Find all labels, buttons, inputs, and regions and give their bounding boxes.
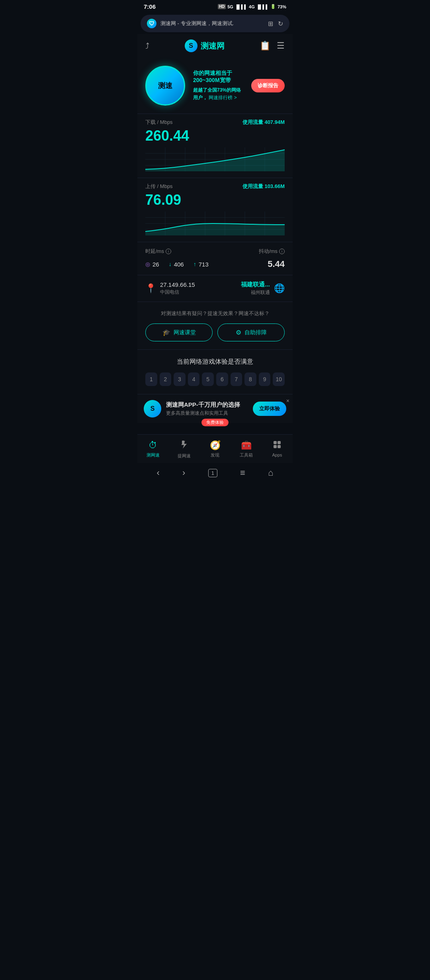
speedtest-nav-icon: ⏱	[149, 440, 157, 451]
nav-speed-test[interactable]: ⏱ 测网速	[137, 439, 168, 461]
latency-info-icon[interactable]: i	[166, 249, 171, 254]
latency-label: 时延/ms i	[145, 248, 171, 255]
rating-7[interactable]: 7	[231, 372, 242, 386]
nav-label-toolbox: 工具箱	[240, 452, 253, 458]
network-info: 福建联通... 福州联通 🌐	[241, 281, 285, 296]
download-chart	[145, 147, 285, 171]
header-logo: S 测速网	[185, 39, 225, 52]
rank-percent: 73%	[217, 87, 227, 93]
home-button[interactable]: ⌂	[268, 468, 273, 478]
nav-boost[interactable]: 提网速	[168, 439, 199, 461]
status-icons: HD 5G ▐▌▌▌ 4G ▐▌▌▌ 🔋 73%	[218, 4, 286, 9]
nav-label-discover: 发现	[211, 452, 219, 458]
network-name: 福建联通...	[241, 281, 270, 288]
rating-8[interactable]: 8	[244, 372, 256, 386]
download-value: 260.44	[145, 127, 285, 144]
signal-4g-icon: 4G	[249, 4, 255, 9]
down-latency-value: ↓ 406	[169, 261, 184, 268]
nav-discover[interactable]: 🧭 发现	[199, 439, 231, 461]
ad-app-logo: S	[144, 400, 161, 417]
action-buttons: 🎓 网速课堂 ⚙ 自助排障	[145, 323, 285, 341]
ad-banner: S 测速网APP-千万用户的选择 更多高质量测速点和实用工具 立即体验 × 免费…	[137, 394, 293, 423]
download-traffic: 使用流量 407.94M	[242, 119, 285, 126]
jitter-label: 抖动/ms i	[259, 248, 285, 255]
down-arrow-icon: ↓	[169, 261, 172, 267]
speed-equiv-text: 你的网速相当于 200~300M宽带	[193, 70, 243, 84]
speed-class-button[interactable]: 🎓 网速课堂	[145, 323, 213, 341]
rating-2[interactable]: 2	[160, 372, 172, 386]
browser-menu-button[interactable]: ≡	[240, 468, 245, 478]
speed-equiv-value: 200~300M宽带	[193, 77, 231, 83]
boost-nav-icon	[180, 440, 188, 451]
bookmark-icon[interactable]: ⊞	[268, 20, 273, 27]
jitter-info-icon[interactable]: i	[279, 249, 285, 254]
compass-nav-icon: 🧭	[210, 440, 221, 451]
battery-icon: 🔋	[270, 4, 276, 9]
rating-section: 当前网络游戏体验是否满意 1 2 3 4 5 6 7 8 9 10	[137, 349, 293, 394]
browser-logo: 🛡	[147, 19, 156, 28]
question-text: 对测速结果有疑问？提速无效果？网速不达标？	[145, 310, 285, 317]
rating-6[interactable]: 6	[216, 372, 228, 386]
svg-rect-21	[278, 441, 281, 444]
refresh-icon[interactable]: ↻	[278, 20, 283, 27]
self-help-button[interactable]: ⚙ 自助排障	[217, 323, 285, 341]
diag-report-button[interactable]: 诊断报告	[251, 79, 285, 92]
browser-bar[interactable]: 🛡 测速网 - 专业测网速，网速测试. ⊞ ↻	[141, 15, 289, 32]
globe-icon: 🌐	[274, 283, 285, 294]
upload-chart	[145, 212, 285, 235]
status-time: 7:06	[144, 3, 156, 10]
menu-icon[interactable]: ☰	[277, 41, 285, 51]
signal-bars-icon: ▐▌▌▌	[235, 4, 247, 9]
speed-info: 你的网速相当于 200~300M宽带 超越了全国73%的网络用户， 网速排行榜 …	[193, 70, 243, 102]
app-logo-icon: S	[185, 39, 197, 52]
speed-rank-text: 超越了全国73%的网络用户， 网速排行榜 >	[193, 86, 243, 102]
jitter-value: 5.44	[268, 259, 285, 269]
latency-values-row: ◎ 26 ↓ 406 ↑ 713 5.44	[145, 259, 285, 269]
rating-4[interactable]: 4	[188, 372, 200, 386]
download-label: 下载 / Mbps	[145, 119, 173, 126]
status-bar: 7:06 HD 5G ▐▌▌▌ 4G ▐▌▌▌ 🔋 73%	[137, 0, 293, 13]
forward-button[interactable]: ›	[182, 468, 185, 478]
header-right-icons: 📋 ☰	[260, 41, 285, 51]
rating-title: 当前网络游戏体验是否满意	[145, 358, 285, 366]
speed-circle-label: 测速	[158, 81, 172, 90]
network-5g-icon: 5G	[227, 4, 233, 9]
browser-actions: ⊞ ↻	[268, 20, 283, 27]
network-city: 福州联通	[241, 289, 270, 296]
history-icon[interactable]: 📋	[260, 41, 270, 51]
back-button[interactable]: ‹	[157, 468, 160, 478]
graduation-icon: 🎓	[162, 329, 170, 336]
ad-cta-button[interactable]: 立即体验	[253, 402, 286, 416]
rating-numbers: 1 2 3 4 5 6 7 8 9 10	[145, 372, 285, 386]
download-traffic-value: 407.94M	[264, 119, 285, 125]
hd-icon: HD	[218, 4, 226, 9]
logo-s-icon: S	[189, 42, 193, 49]
nav-label-speed: 测网速	[147, 452, 160, 458]
signal-bars2-icon: ▐▌▌▌	[256, 4, 269, 9]
ip-address: 27.149.66.15	[160, 281, 195, 288]
download-section: 下载 / Mbps 使用流量 407.94M 260.44	[137, 114, 293, 178]
local-ip-text: 27.149.66.15 中国电信	[160, 281, 195, 296]
upload-label: 上传 / Mbps	[145, 183, 173, 190]
shield-icon: 🛡	[149, 20, 154, 27]
rating-10[interactable]: 10	[273, 372, 285, 386]
share-icon[interactable]: ⤴	[145, 41, 149, 51]
nav-apps[interactable]: Apps	[262, 439, 293, 461]
speed-test-button[interactable]: 测速	[145, 66, 185, 106]
rank-link[interactable]: 网速排行榜 >	[209, 95, 236, 100]
apps-nav-icon	[273, 440, 281, 451]
ad-close-button[interactable]: ×	[286, 398, 289, 404]
upload-traffic-value: 103.66M	[264, 183, 285, 189]
rating-5[interactable]: 5	[202, 372, 214, 386]
tabs-button[interactable]: 1	[208, 469, 217, 477]
app-logo-text: 测速网	[201, 41, 225, 51]
network-text: 福建联通... 福州联通	[241, 281, 270, 296]
tools-icon: ⚙	[236, 329, 241, 336]
rating-3[interactable]: 3	[174, 372, 186, 386]
location-pin-icon: 📍	[145, 283, 156, 294]
rating-1[interactable]: 1	[145, 372, 157, 386]
ping-value: ◎ 26	[145, 261, 159, 268]
upload-section: 上传 / Mbps 使用流量 103.66M 76.09	[137, 178, 293, 242]
nav-toolbox[interactable]: 🧰 工具箱	[231, 439, 262, 461]
rating-9[interactable]: 9	[259, 372, 271, 386]
